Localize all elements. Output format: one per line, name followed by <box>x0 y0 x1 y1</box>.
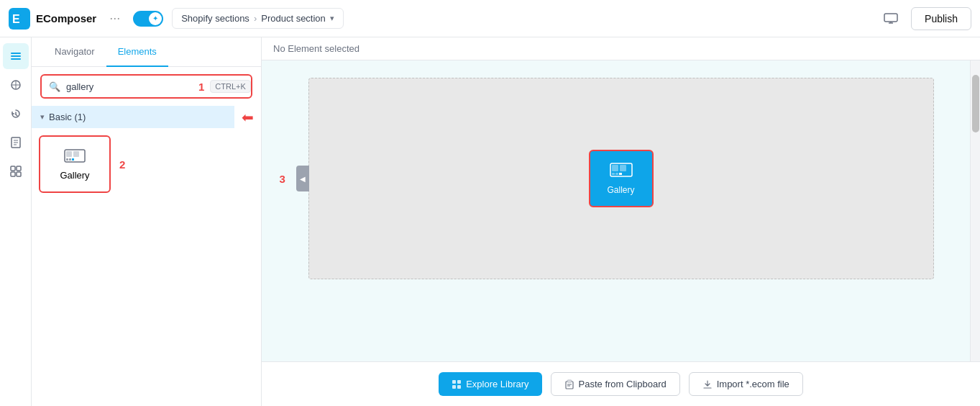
canvas-status-bar: No Element selected <box>262 37 980 60</box>
clipboard-icon <box>564 379 574 389</box>
svg-rect-15 <box>11 166 15 171</box>
main-layout: Navigator Elements 🔍 1 CTRL+K ▾ Basic (1… <box>0 37 980 406</box>
gallery-widget-label: Gallery <box>607 185 634 195</box>
breadcrumb-chevron-icon: ▾ <box>330 14 334 23</box>
svg-rect-28 <box>612 173 615 175</box>
explore-library-label: Explore Library <box>466 379 528 389</box>
topbar: E EComposer ··· ✦ Shopify sections › Pro… <box>0 0 980 37</box>
canvas-scroll-container: 3 ◀ Gallery <box>262 60 980 361</box>
svg-rect-5 <box>11 53 21 54</box>
explore-icon <box>452 379 462 389</box>
breadcrumb-part2: Product section <box>261 13 326 24</box>
import-ecom-button[interactable]: Import *.ecom file <box>689 372 803 396</box>
canvas-area: No Element selected 3 ◀ <box>262 37 980 406</box>
svg-rect-18 <box>17 172 21 176</box>
star-icon: ✦ <box>152 14 158 22</box>
sidebar-item-design[interactable] <box>3 72 29 98</box>
canvas-bottom-bar: Explore Library Paste from Clipboard <box>262 361 980 406</box>
import-ecom-label: Import *.ecom file <box>717 379 789 389</box>
svg-rect-22 <box>66 158 68 161</box>
svg-rect-35 <box>566 382 573 389</box>
toggle-switch[interactable]: ✦ <box>133 11 163 27</box>
elements-area: Gallery 2 <box>32 128 261 200</box>
logo-icon: E <box>9 8 30 30</box>
search-input[interactable] <box>66 81 187 92</box>
breadcrumb-part1: Shopify sections <box>181 13 249 24</box>
svg-text:E: E <box>12 13 20 25</box>
more-button[interactable]: ··· <box>105 8 124 29</box>
number-3: 3 <box>280 173 285 185</box>
category-chevron-icon: ▾ <box>40 112 45 122</box>
scrollbar-track[interactable] <box>970 60 980 361</box>
tab-navigator[interactable]: Navigator <box>43 37 106 67</box>
paste-clipboard-button[interactable]: Paste from Clipboard <box>551 372 680 396</box>
category-row: ▾ Basic (1) ⬅ <box>32 106 261 128</box>
category-label: Basic (1) <box>49 112 86 122</box>
search-bar: 🔍 1 CTRL+K <box>40 74 252 99</box>
paste-clipboard-label: Paste from Clipboard <box>579 379 667 389</box>
number-1: 1 <box>198 81 204 93</box>
svg-rect-20 <box>66 151 72 157</box>
sidebar-item-widgets[interactable] <box>3 158 29 184</box>
toggle-thumb: ✦ <box>149 12 162 25</box>
canvas-section[interactable]: ◀ Gallery <box>308 78 934 279</box>
breadcrumb[interactable]: Shopify sections › Product section ▾ <box>172 8 344 29</box>
svg-rect-2 <box>884 14 897 22</box>
svg-rect-16 <box>17 166 21 171</box>
sidebar-item-history[interactable] <box>3 101 29 127</box>
sidebar-item-layers[interactable] <box>3 43 29 69</box>
svg-rect-27 <box>620 165 626 171</box>
element-card-gallery-label: Gallery <box>60 170 89 181</box>
breadcrumb-separator: › <box>254 13 257 24</box>
gallery-widget-icon <box>610 162 633 181</box>
no-element-text: No Element selected <box>273 43 360 54</box>
tab-elements[interactable]: Elements <box>106 37 168 67</box>
svg-rect-26 <box>612 165 618 171</box>
svg-rect-31 <box>452 380 456 384</box>
svg-rect-34 <box>457 385 461 389</box>
svg-rect-6 <box>11 55 21 57</box>
scrollbar-thumb[interactable] <box>972 75 979 132</box>
search-icon: 🔍 <box>49 81 60 92</box>
svg-rect-24 <box>72 158 74 161</box>
gallery-icon <box>64 148 86 166</box>
element-card-gallery[interactable]: Gallery <box>39 135 111 193</box>
canvas-collapse-button[interactable]: ◀ <box>296 166 309 191</box>
svg-rect-33 <box>452 385 456 389</box>
import-icon <box>702 379 713 389</box>
svg-line-10 <box>16 114 17 116</box>
svg-rect-23 <box>69 158 71 161</box>
gallery-widget[interactable]: Gallery <box>589 150 654 207</box>
svg-rect-32 <box>457 380 461 384</box>
sidebar-item-pages[interactable] <box>3 130 29 155</box>
svg-rect-36 <box>567 380 572 382</box>
logo-text: EComposer <box>36 12 96 24</box>
canvas-bottom-buttons: Explore Library Paste from Clipboard <box>262 362 980 406</box>
icon-bar <box>0 37 32 406</box>
canvas-inner: 3 ◀ Gallery <box>262 60 980 361</box>
search-shortcut-badge: CTRL+K <box>210 80 251 93</box>
svg-rect-17 <box>11 172 15 176</box>
svg-rect-30 <box>619 173 622 175</box>
publish-button[interactable]: Publish <box>911 7 971 30</box>
explore-library-button[interactable]: Explore Library <box>439 372 541 396</box>
svg-rect-21 <box>73 151 79 157</box>
left-panel: Navigator Elements 🔍 1 CTRL+K ▾ Basic (1… <box>32 37 262 406</box>
arrow-indicator: ⬅ <box>234 109 261 126</box>
category-header[interactable]: ▾ Basic (1) <box>32 106 234 128</box>
monitor-icon[interactable] <box>879 7 902 30</box>
panel-tabs: Navigator Elements <box>32 37 261 67</box>
svg-rect-7 <box>11 58 21 60</box>
logo: E EComposer <box>9 8 96 30</box>
number-2: 2 <box>119 158 125 171</box>
svg-rect-29 <box>615 173 618 175</box>
canvas-section-wrapper: 3 ◀ Gallery <box>308 78 934 279</box>
